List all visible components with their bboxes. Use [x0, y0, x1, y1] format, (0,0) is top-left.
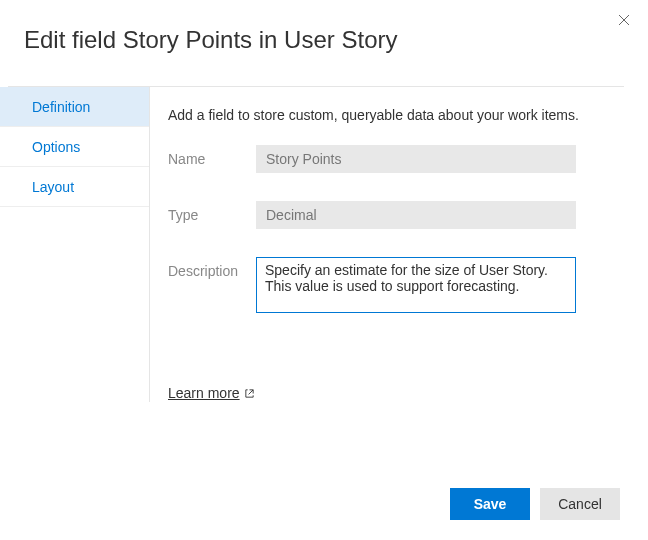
sidebar-item-layout[interactable]: Layout	[0, 167, 149, 207]
learn-more-link[interactable]: Learn more	[168, 385, 255, 401]
dialog-title: Edit field Story Points in User Story	[24, 26, 624, 54]
save-button[interactable]: Save	[450, 488, 530, 520]
description-textarea[interactable]	[256, 257, 576, 313]
type-input	[256, 201, 576, 229]
description-label: Description	[168, 257, 256, 279]
sidebar-item-options[interactable]: Options	[0, 127, 149, 167]
external-link-icon	[244, 388, 255, 399]
learn-more-label: Learn more	[168, 385, 240, 401]
name-label: Name	[168, 145, 256, 167]
sidebar-item-label: Layout	[32, 179, 74, 195]
name-input	[256, 145, 576, 173]
dialog-footer: Save Cancel	[450, 488, 620, 520]
close-button[interactable]	[612, 8, 636, 32]
cancel-button[interactable]: Cancel	[540, 488, 620, 520]
sidebar-item-label: Options	[32, 139, 80, 155]
sidebar-item-definition[interactable]: Definition	[0, 87, 149, 127]
sidebar-item-label: Definition	[32, 99, 90, 115]
main-panel: Add a field to store custom, queryable d…	[150, 87, 624, 402]
svg-line-2	[248, 389, 253, 394]
helper-text: Add a field to store custom, queryable d…	[168, 107, 616, 123]
close-icon	[618, 14, 630, 26]
type-label: Type	[168, 201, 256, 223]
sidebar: Definition Options Layout	[0, 87, 150, 402]
